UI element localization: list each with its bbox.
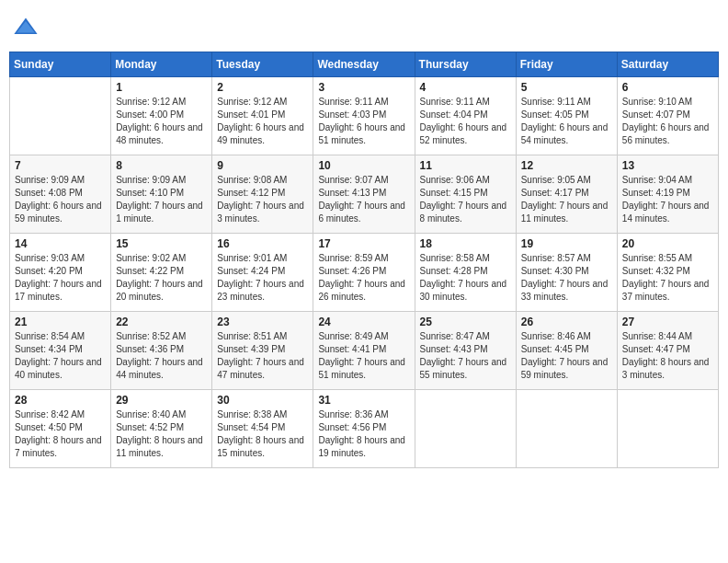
calendar-cell: 18Sunrise: 8:58 AMSunset: 4:28 PMDayligh…: [415, 234, 516, 312]
day-info: Sunrise: 8:58 AMSunset: 4:28 PMDaylight:…: [420, 252, 511, 304]
weekday-saturday: Saturday: [617, 52, 718, 77]
day-info: Sunrise: 9:07 AMSunset: 4:13 PMDaylight:…: [318, 174, 409, 225]
day-info: Sunrise: 9:04 AMSunset: 4:19 PMDaylight:…: [622, 174, 713, 225]
day-info: Sunrise: 9:02 AMSunset: 4:22 PMDaylight:…: [116, 252, 207, 304]
calendar-cell: 30Sunrise: 8:38 AMSunset: 4:54 PMDayligh…: [212, 390, 313, 468]
day-info: Sunrise: 9:11 AMSunset: 4:05 PMDaylight:…: [521, 96, 612, 147]
calendar-week-row: 1Sunrise: 9:12 AMSunset: 4:00 PMDaylight…: [10, 77, 719, 155]
calendar-cell: 15Sunrise: 9:02 AMSunset: 4:22 PMDayligh…: [111, 234, 212, 312]
calendar-cell: 7Sunrise: 9:09 AMSunset: 4:08 PMDaylight…: [10, 155, 111, 234]
day-number: 31: [318, 394, 409, 407]
logo-icon: [13, 15, 39, 40]
calendar-cell: 4Sunrise: 9:11 AMSunset: 4:04 PMDaylight…: [415, 77, 516, 155]
day-number: 29: [116, 394, 207, 407]
day-info: Sunrise: 9:09 AMSunset: 4:08 PMDaylight:…: [15, 174, 106, 225]
day-info: Sunrise: 9:06 AMSunset: 4:15 PMDaylight:…: [420, 174, 511, 225]
calendar-cell: 11Sunrise: 9:06 AMSunset: 4:15 PMDayligh…: [415, 155, 516, 234]
day-info: Sunrise: 8:57 AMSunset: 4:30 PMDaylight:…: [521, 252, 612, 304]
weekday-header-row: SundayMondayTuesdayWednesdayThursdayFrid…: [10, 52, 719, 77]
calendar-cell: 8Sunrise: 9:09 AMSunset: 4:10 PMDaylight…: [111, 155, 212, 234]
day-number: 21: [15, 316, 106, 328]
calendar-cell: 14Sunrise: 9:03 AMSunset: 4:20 PMDayligh…: [10, 234, 111, 312]
day-info: Sunrise: 8:52 AMSunset: 4:36 PMDaylight:…: [116, 330, 207, 382]
logo: [13, 15, 42, 40]
day-info: Sunrise: 9:09 AMSunset: 4:10 PMDaylight:…: [116, 174, 207, 225]
day-number: 10: [318, 159, 409, 172]
calendar-cell: 16Sunrise: 9:01 AMSunset: 4:24 PMDayligh…: [212, 234, 313, 312]
day-info: Sunrise: 8:38 AMSunset: 4:54 PMDaylight:…: [217, 408, 308, 460]
calendar-cell: [415, 390, 516, 468]
calendar-cell: 9Sunrise: 9:08 AMSunset: 4:12 PMDaylight…: [212, 155, 313, 234]
day-number: 6: [622, 81, 713, 94]
calendar-week-row: 7Sunrise: 9:09 AMSunset: 4:08 PMDaylight…: [10, 155, 719, 234]
day-number: 8: [116, 159, 207, 172]
day-info: Sunrise: 8:55 AMSunset: 4:32 PMDaylight:…: [622, 252, 713, 304]
day-info: Sunrise: 9:12 AMSunset: 4:01 PMDaylight:…: [217, 96, 308, 147]
calendar-cell: 21Sunrise: 8:54 AMSunset: 4:34 PMDayligh…: [10, 312, 111, 390]
day-info: Sunrise: 9:12 AMSunset: 4:00 PMDaylight:…: [116, 96, 207, 147]
day-info: Sunrise: 9:08 AMSunset: 4:12 PMDaylight:…: [217, 174, 308, 225]
calendar-cell: 3Sunrise: 9:11 AMSunset: 4:03 PMDaylight…: [313, 77, 415, 155]
day-number: 22: [116, 316, 207, 328]
day-info: Sunrise: 8:54 AMSunset: 4:34 PMDaylight:…: [15, 330, 106, 382]
page-header: [9, 9, 719, 46]
day-number: 12: [521, 159, 612, 172]
day-info: Sunrise: 8:49 AMSunset: 4:41 PMDaylight:…: [318, 330, 409, 382]
day-number: 27: [622, 316, 713, 328]
calendar-cell: 12Sunrise: 9:05 AMSunset: 4:17 PMDayligh…: [516, 155, 617, 234]
day-number: 9: [217, 159, 308, 172]
calendar-table: SundayMondayTuesdayWednesdayThursdayFrid…: [9, 52, 719, 468]
day-info: Sunrise: 8:46 AMSunset: 4:45 PMDaylight:…: [521, 330, 612, 382]
day-number: 16: [217, 237, 308, 250]
weekday-wednesday: Wednesday: [313, 52, 415, 77]
calendar-cell: [516, 390, 617, 468]
day-info: Sunrise: 9:11 AMSunset: 4:03 PMDaylight:…: [318, 96, 409, 147]
calendar-cell: 26Sunrise: 8:46 AMSunset: 4:45 PMDayligh…: [516, 312, 617, 390]
day-info: Sunrise: 9:05 AMSunset: 4:17 PMDaylight:…: [521, 174, 612, 225]
day-number: 18: [420, 237, 511, 250]
calendar-cell: 20Sunrise: 8:55 AMSunset: 4:32 PMDayligh…: [617, 234, 718, 312]
weekday-monday: Monday: [111, 52, 212, 77]
day-number: 17: [318, 237, 409, 250]
calendar-cell: 1Sunrise: 9:12 AMSunset: 4:00 PMDaylight…: [111, 77, 212, 155]
day-number: 1: [116, 81, 207, 94]
calendar-cell: 5Sunrise: 9:11 AMSunset: 4:05 PMDaylight…: [516, 77, 617, 155]
day-number: 13: [622, 159, 713, 172]
calendar-cell: 19Sunrise: 8:57 AMSunset: 4:30 PMDayligh…: [516, 234, 617, 312]
calendar-week-row: 14Sunrise: 9:03 AMSunset: 4:20 PMDayligh…: [10, 234, 719, 312]
day-number: 23: [217, 316, 308, 328]
calendar-cell: 10Sunrise: 9:07 AMSunset: 4:13 PMDayligh…: [313, 155, 415, 234]
calendar-cell: 31Sunrise: 8:36 AMSunset: 4:56 PMDayligh…: [313, 390, 415, 468]
day-number: 24: [318, 316, 409, 328]
day-info: Sunrise: 8:59 AMSunset: 4:26 PMDaylight:…: [318, 252, 409, 304]
day-number: 26: [521, 316, 612, 328]
day-number: 14: [15, 237, 106, 250]
day-number: 3: [318, 81, 409, 94]
calendar-body: 1Sunrise: 9:12 AMSunset: 4:00 PMDaylight…: [10, 77, 719, 468]
calendar-cell: 27Sunrise: 8:44 AMSunset: 4:47 PMDayligh…: [617, 312, 718, 390]
calendar-cell: 25Sunrise: 8:47 AMSunset: 4:43 PMDayligh…: [415, 312, 516, 390]
day-info: Sunrise: 8:47 AMSunset: 4:43 PMDaylight:…: [420, 330, 511, 382]
calendar-cell: 6Sunrise: 9:10 AMSunset: 4:07 PMDaylight…: [617, 77, 718, 155]
day-info: Sunrise: 9:01 AMSunset: 4:24 PMDaylight:…: [217, 252, 308, 304]
day-number: 15: [116, 237, 207, 250]
weekday-sunday: Sunday: [10, 52, 111, 77]
day-info: Sunrise: 9:03 AMSunset: 4:20 PMDaylight:…: [15, 252, 106, 304]
weekday-tuesday: Tuesday: [212, 52, 313, 77]
day-info: Sunrise: 8:40 AMSunset: 4:52 PMDaylight:…: [116, 408, 207, 460]
calendar-cell: 28Sunrise: 8:42 AMSunset: 4:50 PMDayligh…: [10, 390, 111, 468]
calendar-cell: [617, 390, 718, 468]
calendar-cell: 29Sunrise: 8:40 AMSunset: 4:52 PMDayligh…: [111, 390, 212, 468]
calendar-cell: 2Sunrise: 9:12 AMSunset: 4:01 PMDaylight…: [212, 77, 313, 155]
calendar-cell: 17Sunrise: 8:59 AMSunset: 4:26 PMDayligh…: [313, 234, 415, 312]
day-info: Sunrise: 8:42 AMSunset: 4:50 PMDaylight:…: [15, 408, 106, 460]
calendar-week-row: 21Sunrise: 8:54 AMSunset: 4:34 PMDayligh…: [10, 312, 719, 390]
calendar-cell: [10, 77, 111, 155]
calendar-cell: 13Sunrise: 9:04 AMSunset: 4:19 PMDayligh…: [617, 155, 718, 234]
weekday-friday: Friday: [516, 52, 617, 77]
day-number: 19: [521, 237, 612, 250]
day-info: Sunrise: 9:10 AMSunset: 4:07 PMDaylight:…: [622, 96, 713, 147]
calendar-cell: 24Sunrise: 8:49 AMSunset: 4:41 PMDayligh…: [313, 312, 415, 390]
calendar-cell: 22Sunrise: 8:52 AMSunset: 4:36 PMDayligh…: [111, 312, 212, 390]
calendar-cell: 23Sunrise: 8:51 AMSunset: 4:39 PMDayligh…: [212, 312, 313, 390]
